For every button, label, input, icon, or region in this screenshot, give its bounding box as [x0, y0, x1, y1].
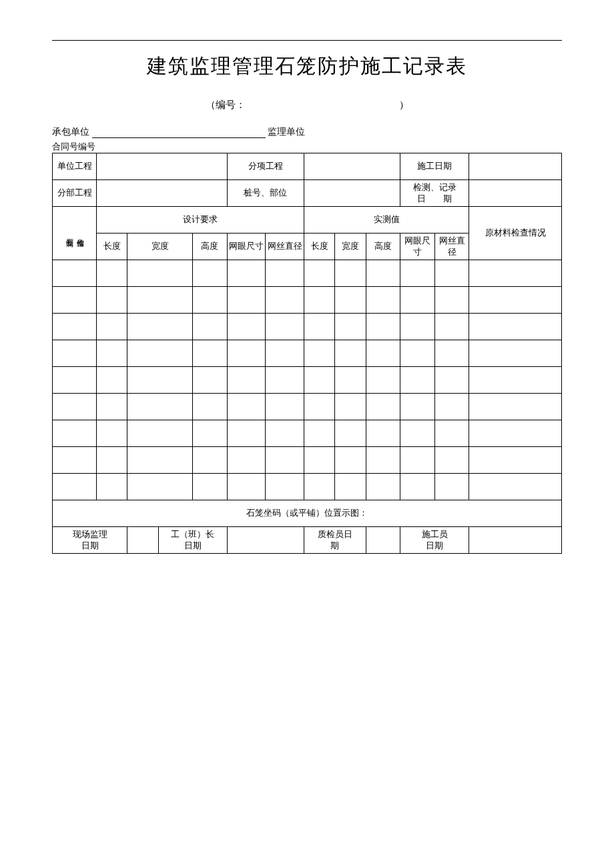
d-hei: 高度 — [193, 234, 228, 260]
data-row — [53, 447, 562, 474]
design-req-label: 设计要求 — [97, 207, 304, 234]
page-title: 建筑监理管理石笼防护施工记录表 — [52, 53, 562, 80]
data-row — [53, 287, 562, 314]
data-row — [53, 260, 562, 287]
group-row: 石笼制作编号 设计要求 实测值 原材料检查情况 — [53, 207, 562, 234]
d-wid: 宽度 — [127, 234, 193, 260]
diagram-row: 石笼坐码（或平铺）位置示图： — [53, 500, 562, 527]
meta-line-1: 承包单位 监理单位 — [52, 126, 562, 138]
site-sup-value[interactable] — [127, 527, 158, 554]
header-row-2: 分部工程 桩号、部位 检测、记录日 期 — [53, 180, 562, 207]
data-row — [53, 367, 562, 394]
doc-number-line: （编号：） — [52, 99, 562, 111]
foreman-label: 工（班）长日期 — [158, 527, 227, 554]
d-wire: 网丝直径 — [266, 234, 304, 260]
data-row — [53, 394, 562, 420]
qc-value[interactable] — [366, 527, 400, 554]
diagram-cell[interactable]: 石笼坐码（或平铺）位置示图： — [53, 500, 562, 527]
section-proj-label: 分部工程 — [53, 180, 97, 207]
m-wid: 宽度 — [335, 234, 366, 260]
data-row — [53, 474, 562, 500]
number-prefix: （编号： — [206, 99, 246, 110]
supervisor-label: 监理单位 — [268, 127, 305, 137]
m-wire: 网丝直径 — [434, 234, 469, 260]
unit-proj-value[interactable] — [97, 153, 228, 180]
data-row — [53, 420, 562, 447]
builder-value[interactable] — [469, 527, 562, 554]
measured-label: 实测值 — [304, 207, 469, 234]
check-date-value[interactable] — [469, 180, 562, 207]
meta-line-2: 合同号编号 — [52, 141, 562, 153]
station-value[interactable] — [304, 180, 400, 207]
signature-row: 现场监理日期 工（班）长日期 质检员日期 施工员日期 — [53, 527, 562, 554]
m-hei: 高度 — [366, 234, 400, 260]
data-row — [53, 314, 562, 340]
construct-date-value[interactable] — [469, 153, 562, 180]
sub-item-value[interactable] — [304, 153, 400, 180]
main-table: 单位工程 分项工程 施工日期 分部工程 桩号、部位 检测、记录日 期 石笼制作编… — [52, 153, 562, 554]
foreman-value[interactable] — [227, 527, 304, 554]
data-row — [53, 340, 562, 367]
section-proj-value[interactable] — [97, 180, 228, 207]
number-suffix: ） — [399, 99, 409, 110]
diagram-label: 石笼坐码（或平铺）位置示图： — [246, 508, 368, 518]
contractor-blank[interactable] — [92, 129, 266, 138]
header-row-1: 单位工程 分项工程 施工日期 — [53, 153, 562, 180]
construct-date-label: 施工日期 — [400, 153, 469, 180]
top-rule — [52, 40, 562, 41]
cage-no-label: 石笼制作编号 — [53, 207, 97, 260]
m-mesh: 网眼尺寸 — [400, 234, 435, 260]
unit-proj-label: 单位工程 — [53, 153, 97, 180]
check-date-label: 检测、记录日 期 — [400, 180, 469, 207]
station-label: 桩号、部位 — [227, 180, 304, 207]
d-len: 长度 — [97, 234, 127, 260]
sub-item-label: 分项工程 — [227, 153, 304, 180]
builder-label: 施工员日期 — [400, 527, 469, 554]
site-sup-label: 现场监理日期 — [53, 527, 127, 554]
contractor-label: 承包单位 — [52, 127, 89, 137]
contract-no-label: 合同号编号 — [52, 141, 95, 151]
m-len: 长度 — [304, 234, 335, 260]
qc-label: 质检员日期 — [304, 527, 366, 554]
d-mesh: 网眼尺寸 — [227, 234, 266, 260]
material-label: 原材料检查情况 — [469, 207, 562, 260]
